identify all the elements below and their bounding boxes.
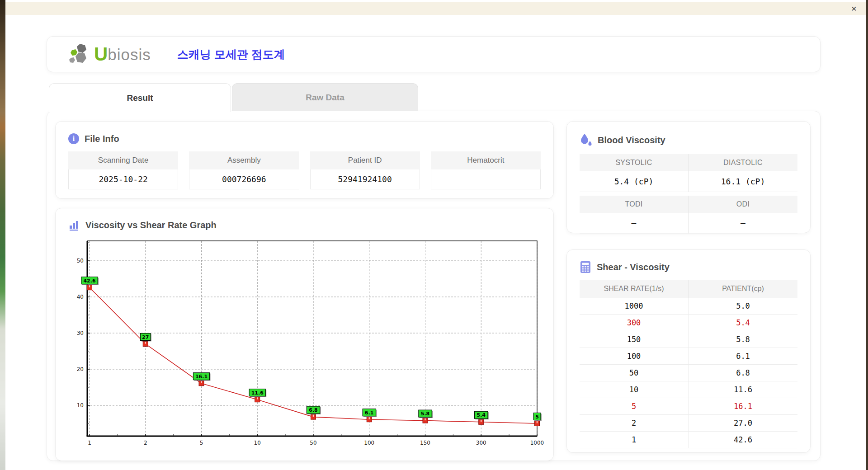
table-row: 3005.4 <box>580 315 797 331</box>
table-row: 142.6 <box>580 432 797 448</box>
svg-text:10: 10 <box>77 402 84 409</box>
shear-rate-cell: 150 <box>580 331 689 348</box>
screen: × U biosis 스캐닝 모세관 점도계 Result Raw Data i… <box>0 0 868 470</box>
shear-viscosity-table: SHEAR RATE(1/s) PATIENT(cp) 10005.03005.… <box>580 280 797 448</box>
table-row: 1011.6 <box>580 381 797 398</box>
svg-text:1: 1 <box>88 440 91 446</box>
patient-viscosity-cell: 6.8 <box>689 365 797 381</box>
svg-text:5: 5 <box>200 440 203 446</box>
bar-chart-icon <box>68 219 80 231</box>
info-icon: i <box>68 133 79 144</box>
patient-viscosity-cell: 5.4 <box>689 315 797 331</box>
shear-rate-cell: 1000 <box>580 298 689 314</box>
patient-viscosity-cell: 42.6 <box>689 432 797 448</box>
patient-viscosity-cell: 5.0 <box>689 298 797 314</box>
patient-viscosity-cell: 6.1 <box>689 348 797 364</box>
svg-text:2: 2 <box>144 440 147 446</box>
shear-table-body: 10005.03005.41505.81006.1506.81011.6516.… <box>580 298 797 448</box>
table-row: 516.1 <box>580 398 797 415</box>
svg-text:27: 27 <box>142 334 149 340</box>
svg-text:6.1: 6.1 <box>365 410 374 416</box>
svg-text:40: 40 <box>77 294 84 300</box>
field-patient-id: Patient ID 52941924100 <box>310 151 420 189</box>
desktop-wallpaper-strip <box>0 0 5 470</box>
blood-viscosity-card: Blood Viscosity SYSTOLIC DIASTOLIC 5.4 (… <box>566 121 811 233</box>
odi-label: ODI <box>689 196 797 213</box>
shear-rate-cell: 5 <box>580 398 689 414</box>
diastolic-label: DIASTOLIC <box>689 154 797 171</box>
shear-rate-cell: 1 <box>580 432 689 448</box>
tab-result[interactable]: Result <box>49 83 231 112</box>
field-assembly: Assembly 000726696 <box>189 151 299 189</box>
svg-text:5.8: 5.8 <box>421 411 430 417</box>
field-scanning-date: Scanning Date 2025-10-22 <box>68 151 178 189</box>
logo-hexagon-icon <box>68 42 91 66</box>
patient-viscosity-cell: 16.1 <box>689 398 797 414</box>
systolic-label: SYSTOLIC <box>580 154 689 171</box>
shear-viscosity-card: Shear - Viscosity SHEAR RATE(1/s) PATIEN… <box>566 249 811 453</box>
patient-viscosity-cell: 27.0 <box>689 415 797 431</box>
col-shear-rate: SHEAR RATE(1/s) <box>580 280 689 298</box>
table-row: 506.8 <box>580 365 797 381</box>
shear-rate-cell: 2 <box>580 415 689 431</box>
svg-text:42.6: 42.6 <box>83 278 95 284</box>
shear-rate-cell: 100 <box>580 348 689 364</box>
table-row: 1505.8 <box>580 331 797 348</box>
svg-text:100: 100 <box>364 440 374 446</box>
svg-text:5: 5 <box>535 414 539 420</box>
logo-text-u: U <box>94 45 108 64</box>
viscosity-graph-card: Viscosity vs Shear Rate Graph 1020304050… <box>55 208 554 461</box>
odi-value: – <box>689 213 797 234</box>
shear-rate-cell: 50 <box>580 365 689 381</box>
diastolic-value: 16.1 (cP) <box>689 171 797 192</box>
systolic-value: 5.4 (cP) <box>580 171 689 192</box>
file-info-card: i File Info Scanning Date 2025-10-22 Ass… <box>55 121 554 199</box>
tab-raw-data[interactable]: Raw Data <box>232 83 418 111</box>
field-label: Scanning Date <box>68 151 178 169</box>
window-titlebar: × <box>5 2 866 15</box>
close-icon[interactable]: × <box>851 3 857 14</box>
calculator-icon <box>580 261 591 273</box>
ubiosis-logo: U biosis <box>68 42 151 66</box>
todi-value: – <box>580 213 689 234</box>
viscosity-chart: 10203040501251050100150300100042.62716.1… <box>67 237 542 453</box>
graph-title: Viscosity vs Shear Rate Graph <box>85 220 217 230</box>
field-label: Hematocrit <box>431 151 541 169</box>
field-value: 000726696 <box>189 169 299 189</box>
svg-text:150: 150 <box>420 440 430 446</box>
svg-text:20: 20 <box>77 366 84 372</box>
app-title: 스캐닝 모세관 점도계 <box>177 47 285 62</box>
table-row: 10005.0 <box>580 298 797 315</box>
patient-viscosity-cell: 11.6 <box>689 381 797 398</box>
table-row: 227.0 <box>580 415 797 432</box>
svg-text:300: 300 <box>476 440 486 446</box>
patient-viscosity-cell: 5.8 <box>689 331 797 348</box>
svg-text:5.4: 5.4 <box>477 412 486 418</box>
file-info-title: File Info <box>85 134 119 144</box>
field-label: Assembly <box>189 151 299 169</box>
field-hematocrit: Hematocrit <box>431 151 541 189</box>
window-right-border <box>866 0 868 470</box>
todi-label: TODI <box>580 196 689 213</box>
field-value <box>431 169 541 189</box>
field-label: Patient ID <box>310 151 420 169</box>
svg-text:11.6: 11.6 <box>251 390 264 396</box>
shear-rate-cell: 300 <box>580 315 689 331</box>
svg-text:10: 10 <box>254 440 261 446</box>
header-card: U biosis 스캐닝 모세관 점도계 <box>47 36 821 72</box>
blood-viscosity-title: Blood Viscosity <box>598 135 665 146</box>
col-patient: PATIENT(cp) <box>689 280 797 298</box>
shear-rate-cell: 10 <box>580 381 689 398</box>
field-value: 2025-10-22 <box>68 169 178 189</box>
blood-drop-icon <box>580 133 592 147</box>
svg-text:16.1: 16.1 <box>195 374 208 380</box>
logo-text-biosis: biosis <box>108 47 151 62</box>
svg-text:1000: 1000 <box>530 440 544 446</box>
field-value: 52941924100 <box>310 169 420 189</box>
svg-text:30: 30 <box>77 330 84 336</box>
svg-text:50: 50 <box>77 258 84 264</box>
svg-text:50: 50 <box>310 440 316 446</box>
svg-text:6.8: 6.8 <box>309 407 318 413</box>
table-row: 1006.1 <box>580 348 797 365</box>
shear-viscosity-title: Shear - Viscosity <box>597 262 670 273</box>
